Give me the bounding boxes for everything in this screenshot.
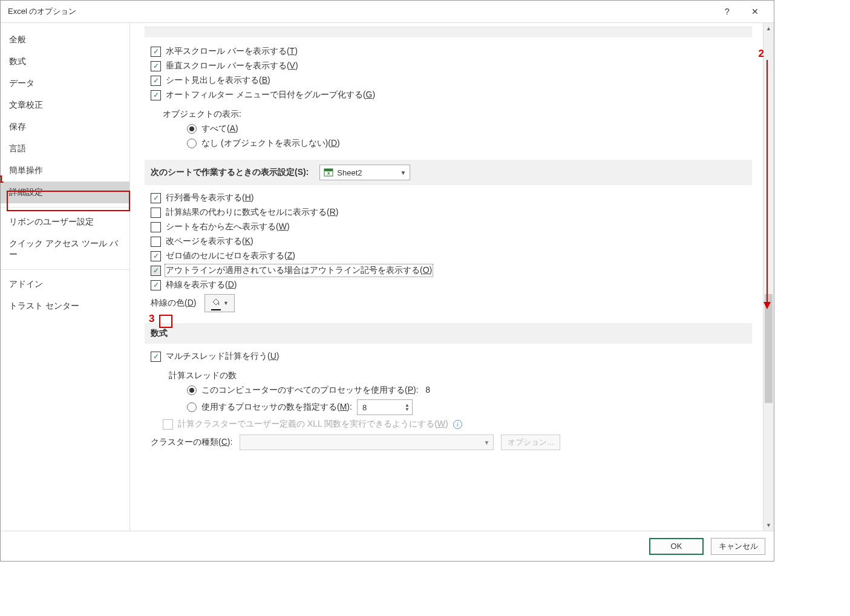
specify-processors-label: 使用するプロセッサの数を指定する(M): bbox=[201, 402, 352, 413]
excel-options-dialog: 1 2 3 Excel のオプション ? ✕ 全般 数式 データ 文章校正 保存… bbox=[0, 0, 774, 562]
top-check-3[interactable] bbox=[151, 90, 161, 100]
multithread-label: マルチスレッド計算を行う(U) bbox=[166, 351, 279, 362]
sheet-check-5[interactable] bbox=[151, 266, 161, 276]
sheet-check-2-label: シートを右から左へ表示する(W) bbox=[166, 221, 290, 232]
annotation-1-box bbox=[7, 191, 130, 211]
top-check-2[interactable] bbox=[151, 76, 161, 86]
sheet-check-0-label: 行列番号を表示する(H) bbox=[166, 192, 253, 203]
obj-radio-1[interactable] bbox=[187, 139, 197, 148]
paint-bucket-icon bbox=[211, 298, 221, 309]
scroll-up-button[interactable]: ▲ bbox=[763, 23, 774, 34]
sheet-combo[interactable]: X Sheet2 ▼ bbox=[319, 165, 410, 180]
cluster-xll-label: 計算クラスターでユーザー定義の XLL 関数を実行できるようにする(W) bbox=[178, 419, 448, 430]
close-button[interactable]: ✕ bbox=[741, 2, 769, 21]
nav-quick-access[interactable]: クイック アクセス ツール バー bbox=[1, 233, 129, 266]
titlebar: Excel のオプション ? ✕ bbox=[1, 1, 774, 22]
sheet-check-1[interactable] bbox=[151, 208, 161, 218]
nav-data[interactable]: データ bbox=[1, 73, 129, 94]
annotation-1: 1 bbox=[0, 174, 4, 186]
chevron-down-icon: ▼ bbox=[483, 439, 489, 446]
help-button[interactable]: ? bbox=[713, 2, 741, 21]
obj-radio-0-label: すべて(A) bbox=[201, 123, 238, 134]
nav-proofing[interactable]: 文章校正 bbox=[1, 94, 129, 116]
scroll-thumb[interactable] bbox=[765, 294, 773, 403]
sheet-combo-value: Sheet2 bbox=[337, 168, 362, 177]
sheet-check-0[interactable] bbox=[151, 193, 161, 203]
multithread-checkbox[interactable] bbox=[151, 352, 161, 362]
spinner-arrows-icon: ▲▼ bbox=[405, 403, 410, 411]
all-processors-label: このコンピューターのすべてのプロセッサを使用する(P): 8 bbox=[201, 385, 430, 396]
top-check-0[interactable] bbox=[151, 47, 161, 57]
sheet-check-4[interactable] bbox=[151, 251, 161, 261]
sheet-section-label: 次のシートで作業するときの表示設定(S): bbox=[151, 167, 309, 178]
annotation-3: 3 bbox=[149, 313, 154, 325]
nav-trust-center[interactable]: トラスト センター bbox=[1, 295, 129, 317]
obj-radio-0[interactable] bbox=[187, 124, 197, 134]
sheet-check-4-label: ゼロ値のセルにゼロを表示する(Z) bbox=[166, 251, 295, 261]
cluster-type-label: クラスターの種類(C): bbox=[151, 437, 232, 448]
annotation-2-arrow bbox=[767, 60, 771, 309]
cluster-type-combo: ▼ bbox=[240, 434, 494, 450]
cancel-button[interactable]: キャンセル bbox=[711, 538, 765, 555]
nav-customize-ribbon[interactable]: リボンのユーザー設定 bbox=[1, 211, 129, 233]
top-check-3-label: オートフィルター メニューで日付をグループ化する(G) bbox=[166, 90, 375, 100]
top-check-0-label: 水平スクロール バーを表示する(T) bbox=[166, 46, 298, 57]
processors-spinner[interactable]: 8 ▲▼ bbox=[357, 399, 413, 415]
cluster-xll-checkbox bbox=[163, 419, 173, 430]
nav-formulas[interactable]: 数式 bbox=[1, 51, 129, 73]
top-check-1-label: 垂直スクロール バーを表示する(V) bbox=[166, 61, 298, 71]
chevron-down-icon: ▼ bbox=[400, 169, 406, 176]
svg-text:X: X bbox=[327, 171, 330, 175]
nav-general[interactable]: 全般 bbox=[1, 29, 129, 51]
obj-radio-1-label: なし (オブジェクトを表示しない)(D) bbox=[201, 138, 340, 149]
window-title: Excel のオプション bbox=[8, 6, 713, 17]
sheet-check-6[interactable] bbox=[151, 280, 161, 290]
category-sidebar: 全般 数式 データ 文章校正 保存 言語 簡単操作 詳細設定 リボンのユーザー設… bbox=[1, 23, 130, 531]
processors-spinner-value: 8 bbox=[362, 403, 402, 412]
all-processors-radio[interactable] bbox=[187, 385, 197, 395]
partial-top-header bbox=[145, 27, 752, 38]
top-check-2-label: シート見出しを表示する(B) bbox=[166, 75, 270, 86]
nav-language[interactable]: 言語 bbox=[1, 138, 129, 160]
sheet-check-5-label: アウトラインが適用されている場合はアウトライン記号を表示する(O) bbox=[166, 265, 432, 276]
scroll-down-button[interactable]: ▼ bbox=[763, 520, 774, 531]
sheet-check-3-label: 改ページを表示する(K) bbox=[166, 236, 253, 247]
object-display-heading: オブジェクトの表示: bbox=[163, 109, 752, 120]
sheet-display-section: 次のシートで作業するときの表示設定(S): X Sheet2 ▼ bbox=[145, 160, 752, 185]
threads-heading: 計算スレッドの数 bbox=[169, 370, 752, 381]
sheet-icon: X bbox=[324, 168, 333, 177]
chevron-down-icon: ▼ bbox=[223, 300, 229, 306]
top-check-1[interactable] bbox=[151, 61, 161, 71]
nav-save[interactable]: 保存 bbox=[1, 116, 129, 138]
annotation-3-box bbox=[159, 315, 172, 328]
options-content: 水平スクロール バーを表示する(T) 垂直スクロール バーを表示する(V) シー… bbox=[130, 23, 763, 531]
info-icon[interactable]: i bbox=[453, 420, 462, 429]
formula-section: 数式 bbox=[145, 323, 752, 344]
gridline-color-button[interactable]: ▼ bbox=[204, 294, 235, 312]
nav-easy-access[interactable]: 簡単操作 bbox=[1, 160, 129, 182]
cluster-options-button: オプション... bbox=[501, 434, 560, 450]
specify-processors-radio[interactable] bbox=[187, 402, 197, 412]
sheet-check-2[interactable] bbox=[151, 222, 161, 232]
sheet-check-3[interactable] bbox=[151, 237, 161, 247]
ok-button[interactable]: OK bbox=[649, 538, 704, 555]
formula-section-label: 数式 bbox=[151, 328, 168, 339]
sheet-check-6-label: 枠線を表示する(D) bbox=[166, 280, 237, 290]
gridline-color-label: 枠線の色(D) bbox=[151, 298, 196, 309]
dialog-footer: OK キャンセル bbox=[1, 531, 774, 561]
annotation-2: 2 bbox=[759, 48, 764, 60]
nav-addins[interactable]: アドイン bbox=[1, 274, 129, 295]
sheet-check-1-label: 計算結果の代わりに数式をセルに表示する(R) bbox=[166, 207, 338, 218]
